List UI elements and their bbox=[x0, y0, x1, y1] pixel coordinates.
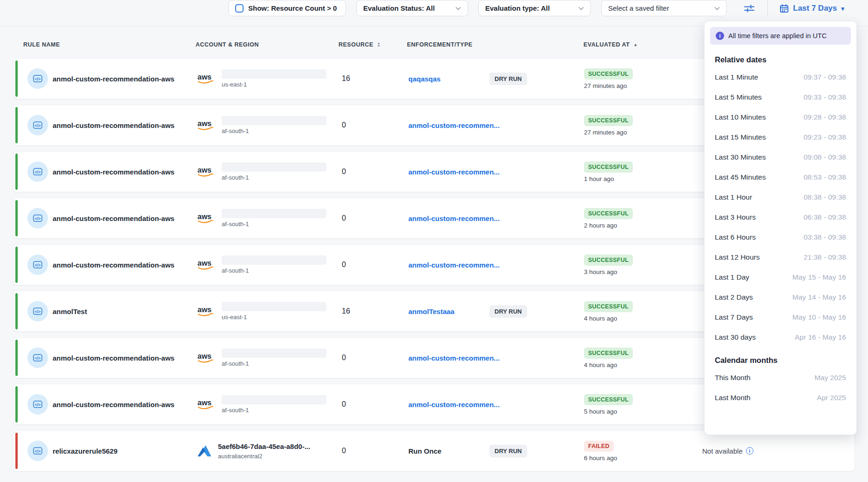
date-option[interactable]: Last 2 Days May 14 - May 16 bbox=[715, 287, 846, 307]
caret-down-icon: ▾ bbox=[841, 6, 845, 12]
aws-logo-icon: aws bbox=[197, 352, 216, 364]
enforcement-link[interactable]: anmolTestaaa bbox=[408, 308, 454, 315]
filter-settings-button[interactable] bbox=[741, 2, 757, 15]
enforcement-link[interactable]: anmol-custom-recommen... bbox=[408, 354, 500, 362]
date-option[interactable]: Last 1 Day May 15 - May 16 bbox=[715, 267, 846, 287]
evaluated-time: 4 hours ago bbox=[584, 362, 617, 368]
column-resource[interactable]: RESOURCE ▲▼ bbox=[339, 40, 380, 49]
dry-run-badge: DRY RUN bbox=[489, 73, 527, 85]
account-region: af-south-1 bbox=[222, 360, 326, 367]
evaluation-type-label: Evaluation type: All bbox=[485, 4, 550, 12]
date-option[interactable]: Last 6 Hours 03:38 - 09:38 bbox=[715, 227, 846, 247]
date-option[interactable]: Last 7 Days May 10 - May 16 bbox=[715, 307, 846, 327]
date-option[interactable]: Last 1 Minute 09:37 - 09:38 bbox=[715, 67, 846, 87]
not-available-label: Not available bbox=[702, 447, 743, 455]
row-status-accent-bar bbox=[15, 60, 18, 97]
evaluation-status-select[interactable]: Evaluation Status: All bbox=[356, 0, 468, 16]
status-badge: SUCCESSFUL bbox=[584, 115, 633, 126]
rule-icon: </> bbox=[27, 208, 48, 228]
resource-count: 0 bbox=[342, 152, 346, 192]
svg-text:aws: aws bbox=[197, 399, 211, 407]
date-option[interactable]: Last 15 Minutes 09:23 - 09:38 bbox=[715, 127, 846, 147]
account-redacted bbox=[222, 209, 326, 218]
date-option[interactable]: Last 5 Minutes 09:33 - 09:38 bbox=[715, 87, 846, 107]
dry-run-badge: DRY RUN bbox=[489, 305, 527, 318]
column-enforcement-type: ENFORCEMENT/TYPE bbox=[407, 40, 473, 49]
account-redacted bbox=[222, 162, 326, 172]
evaluation-type-select[interactable]: Evaluation type: All bbox=[478, 0, 591, 16]
rule-name: anmol-custom-recommendation-aws bbox=[53, 152, 175, 192]
saved-filter-select[interactable]: Select a saved filter bbox=[601, 0, 727, 16]
enforcement-link[interactable]: qaqasqas bbox=[408, 75, 441, 83]
enforcement-link[interactable]: anmol-custom-recommen... bbox=[408, 121, 500, 129]
status-badge: SUCCESSFUL bbox=[584, 68, 633, 80]
date-option[interactable]: Last 1 Hour 08:38 - 09:38 bbox=[715, 187, 846, 207]
aws-logo-icon: aws bbox=[197, 398, 216, 411]
info-icon[interactable]: i bbox=[746, 447, 753, 455]
status-badge: SUCCESSFUL bbox=[584, 161, 633, 173]
svg-text:aws: aws bbox=[197, 73, 211, 81]
column-evaluated-at[interactable]: EVALUATED AT ▲ bbox=[583, 40, 638, 49]
date-option[interactable]: Last 3 Hours 06:38 - 09:38 bbox=[715, 207, 846, 227]
sort-ascending-icon[interactable]: ▲ bbox=[633, 42, 637, 47]
svg-text:aws: aws bbox=[197, 120, 211, 127]
row-status-accent-bar bbox=[15, 386, 18, 422]
utc-banner: i All time filters are applied in UTC bbox=[710, 27, 851, 45]
enforcement-link[interactable]: anmol-custom-recommen... bbox=[408, 401, 500, 408]
rule-icon: </> bbox=[27, 348, 48, 368]
toolbar-divider bbox=[767, 0, 768, 16]
saved-filter-placeholder: Select a saved filter bbox=[608, 4, 669, 12]
status-badge: SUCCESSFUL bbox=[584, 208, 633, 219]
enforcement-link[interactable]: anmol-custom-recommen... bbox=[408, 168, 500, 176]
date-filter-panel: i All time filters are applied in UTC Re… bbox=[704, 21, 857, 435]
account-region: af-south-1 bbox=[222, 221, 326, 228]
resource-count: 0 bbox=[342, 198, 346, 238]
account-redacted bbox=[222, 255, 326, 265]
info-icon: i bbox=[716, 32, 724, 40]
svg-text:</>: </> bbox=[35, 309, 41, 314]
calendar-icon bbox=[780, 4, 789, 13]
enforcement-link[interactable]: anmol-custom-recommen... bbox=[408, 214, 500, 222]
date-option[interactable]: Last Month Apr 2025 bbox=[715, 388, 846, 408]
svg-text:aws: aws bbox=[197, 166, 211, 174]
status-badge: SUCCESSFUL bbox=[584, 394, 633, 405]
date-option[interactable]: Last 30 Minutes 09:08 - 09:38 bbox=[715, 147, 846, 167]
date-option[interactable]: Last 30 days Apr 16 - May 16 bbox=[715, 327, 846, 347]
row-status-accent-bar bbox=[15, 340, 18, 376]
dry-run-badge: DRY RUN bbox=[489, 445, 527, 457]
resource-count: 16 bbox=[342, 59, 350, 99]
date-option[interactable]: Last 10 Minutes 09:28 - 09:38 bbox=[715, 107, 846, 127]
sliders-icon bbox=[743, 3, 755, 13]
checkbox-icon[interactable] bbox=[235, 4, 244, 13]
account-id: 5aef6b46-7daa-45ea-a8d0-... bbox=[218, 442, 310, 450]
date-range-button[interactable]: Last 7 Days ▾ bbox=[777, 1, 847, 16]
rule-icon: </> bbox=[27, 441, 48, 461]
rule-name: anmol-custom-recommendation-aws bbox=[53, 245, 175, 285]
date-option[interactable]: This Month May 2025 bbox=[715, 368, 846, 388]
chevron-down-icon bbox=[455, 7, 461, 10]
evaluated-time: 27 minutes ago bbox=[584, 82, 627, 89]
svg-text:</>: </> bbox=[35, 170, 41, 174]
rule-name: anmol-custom-recommendation-aws bbox=[53, 384, 175, 424]
aws-logo-icon: aws bbox=[197, 166, 216, 178]
status-badge: SUCCESSFUL bbox=[584, 348, 633, 359]
account-redacted bbox=[222, 116, 326, 125]
rule-icon: </> bbox=[27, 254, 48, 275]
rule-name: relicxazurerule5629 bbox=[53, 431, 117, 471]
aws-logo-icon: aws bbox=[197, 119, 216, 132]
evaluated-time: 6 hours ago bbox=[584, 455, 617, 462]
rule-icon: </> bbox=[27, 68, 48, 89]
resource-count-filter-button[interactable]: Show: Resource Count > 0 bbox=[228, 0, 346, 16]
resource-count: 0 bbox=[342, 431, 346, 471]
date-option[interactable]: Last 12 Hours 21:38 - 09:38 bbox=[715, 247, 846, 267]
enforcement-link: Run Once bbox=[408, 447, 441, 455]
account-redacted bbox=[222, 69, 326, 79]
date-option[interactable]: Last 45 Minutes 08:53 - 09:38 bbox=[715, 167, 846, 187]
row-status-accent-bar bbox=[15, 433, 18, 469]
status-badge: SUCCESSFUL bbox=[584, 301, 633, 312]
evaluated-time: 27 minutes ago bbox=[584, 129, 627, 136]
sort-icon[interactable]: ▲▼ bbox=[377, 42, 380, 47]
table-row[interactable]: </> relicxazurerule5629 aws 5aef6b46-7da… bbox=[13, 430, 855, 471]
enforcement-link[interactable]: anmol-custom-recommen... bbox=[408, 261, 500, 269]
rule-icon: </> bbox=[27, 161, 48, 182]
